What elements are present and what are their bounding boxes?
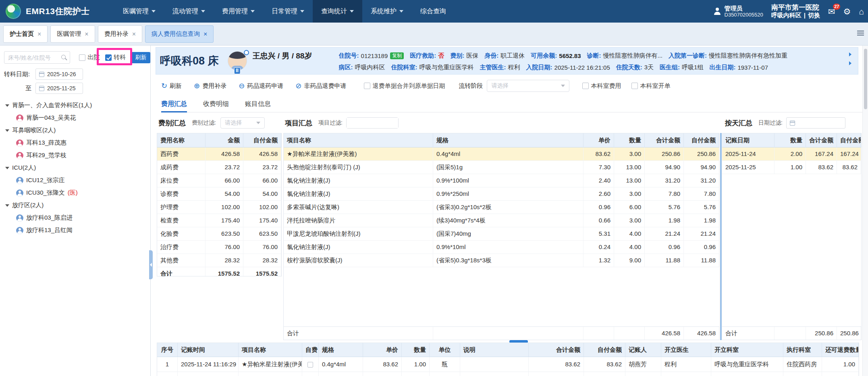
toolbar-button[interactable]: ↻ 刷新 <box>161 82 182 90</box>
merge-refund-checkbox[interactable]: 退费单据合并到原单据日期 <box>364 82 445 90</box>
menu-item[interactable]: 日常管理 <box>263 0 313 23</box>
toolbar-button[interactable]: ⊘ 非药品退费申请 <box>295 82 346 90</box>
tree-item[interactable]: 耳科13_薛茂惠 <box>0 137 150 149</box>
cell: 83.62 <box>529 372 584 376</box>
tree-item[interactable]: ICU(2人) <box>0 162 150 174</box>
cell: 程利 <box>661 357 711 372</box>
stage-select[interactable]: 请选择 <box>487 80 569 92</box>
fee-filter-select[interactable]: 请选择 <box>220 117 265 129</box>
vertical-scrollbar-thumb[interactable] <box>864 49 867 109</box>
fee-toolbar: ↻ 刷新 ⊕ 费用补录 ⊖ 药品退药申请 ⊘ <box>156 77 858 94</box>
mail-icon[interactable]: ✉ 27 <box>828 7 835 16</box>
document-tab[interactable]: 医嘱管理 × <box>50 25 95 43</box>
tree-item[interactable]: 放疗区(2人) <box>0 199 150 212</box>
table-row[interactable]: 护理费 102.00 102.00 <box>157 201 281 214</box>
menu-item[interactable]: 流动管理 <box>164 0 214 23</box>
panel-resizer[interactable] <box>721 133 721 340</box>
settings-gear-icon[interactable]: ⚙ <box>843 7 851 16</box>
table-row[interactable]: 头孢他啶注射剂(泰司汀) (J) (国采5)1g 7.30 13.00 94.9… <box>284 161 719 174</box>
checkbox-box[interactable] <box>364 83 370 89</box>
sidebar-refresh-button[interactable]: 刷新 <box>131 52 150 63</box>
item-filter-input[interactable] <box>347 118 398 128</box>
table-row[interactable]: 氯化钠注射液(J) 0.9%*250ml 2.60 3.00 7.80 7.80 <box>284 187 719 201</box>
expand-right-icon[interactable] <box>849 52 851 56</box>
menu-item[interactable]: 系统维护 <box>362 0 412 23</box>
tree-item[interactable]: 放疗科03_陈启进 <box>0 212 150 224</box>
table-row[interactable]: 化验费 623.50 623.50 <box>157 227 281 241</box>
view-tab[interactable]: 费用汇总 <box>161 96 187 112</box>
copy-button[interactable]: 复制 <box>390 52 404 59</box>
table-row[interactable]: 2025-11-24 2.00 167.24 167.24 <box>722 147 861 161</box>
table-row[interactable]: 氯化钠注射液(J) 0.9%*10ml 0.24 4.00 0.96 0.96 <box>284 241 719 254</box>
table-row[interactable]: 泮托拉唑钠肠溶片 (续3)40mg*7s*4板 0.66 3.00 1.98 1… <box>284 214 719 227</box>
view-tab[interactable]: 账目信息 <box>245 96 271 112</box>
document-tab[interactable]: 护士首页 × <box>3 25 48 43</box>
user-info[interactable]: 管理员 D350702005520 <box>713 5 763 18</box>
table-row[interactable]: 氯化钠注射液(J) 0.9%*100ml 2.40 13.00 31.20 31… <box>284 174 719 187</box>
patient-search-input[interactable] <box>8 54 62 61</box>
expand-arrow-icon[interactable] <box>5 104 9 107</box>
vertical-scrollbar[interactable] <box>862 46 868 376</box>
dept-fee-checkbox[interactable]: 本科室费用 <box>582 82 621 90</box>
expand-arrow-icon[interactable] <box>5 204 9 207</box>
date-filter-input[interactable] <box>786 117 845 129</box>
checkbox-box[interactable] <box>582 83 589 89</box>
table-row[interactable]: 其他费 28.32 28.32 <box>157 254 281 267</box>
dept-order-checkbox[interactable]: 本科室开单 <box>631 82 670 90</box>
table-row[interactable]: 多索茶碱片(达复啉) (省采3)0.2g*10s*2板 0.96 6.00 5.… <box>284 201 719 214</box>
document-tab[interactable]: 费用补录 × <box>98 25 142 43</box>
table-row[interactable]: 甲泼尼龙琥珀酸钠注射剂(J) (国采7)40mg 5.31 4.00 21.24… <box>284 227 719 241</box>
tree-item[interactable]: 胃肠一043_吴美花 <box>0 112 150 124</box>
tab-list-menu-icon[interactable] <box>857 31 864 35</box>
switch-department-button[interactable]: 切换 <box>808 11 820 19</box>
self-pay-checkbox[interactable] <box>307 362 313 368</box>
tree-item[interactable]: 放疗科13_吕红闻 <box>0 224 150 237</box>
detail-row[interactable]: 1 2025-11-24 11:16:29 ★异帕米星注射液(伊美雅) 0.4g… <box>157 357 859 372</box>
home-icon[interactable]: ⌂ <box>859 7 864 16</box>
checkbox-box[interactable] <box>631 83 638 89</box>
table-row[interactable]: 西药费 426.58 426.58 <box>157 147 281 161</box>
cell: 0.9%*100ml <box>433 174 584 187</box>
table-row[interactable]: 治疗费 76.00 76.00 <box>157 241 281 254</box>
menu-item[interactable]: 费用管理 <box>214 0 263 23</box>
discharge-checkbox[interactable]: 出院 <box>79 54 100 61</box>
cell: 13.00 <box>614 161 645 174</box>
checkbox-box[interactable] <box>79 54 85 61</box>
table-row[interactable]: 床位费 66.00 66.00 <box>157 174 281 187</box>
tree-item[interactable]: 耳科29_范学枝 <box>0 149 150 162</box>
close-icon[interactable]: × <box>85 31 88 38</box>
close-icon[interactable]: × <box>204 31 207 38</box>
expand-arrow-icon[interactable] <box>5 167 9 169</box>
sidebar-collapse-handle[interactable] <box>149 250 153 279</box>
table-row[interactable]: 成药费 23.72 23.72 <box>157 161 281 174</box>
tree-item[interactable]: ICU12_张宗庄 <box>0 174 150 187</box>
toolbar-button[interactable]: ⊖ 药品退药申请 <box>239 82 283 90</box>
menu-item[interactable]: 综合查询 <box>412 0 455 23</box>
document-tab[interactable]: 病人费用信息查询 × <box>145 25 214 43</box>
tree-item[interactable]: ICU30_张隆文 (医) <box>0 187 150 199</box>
detail-row[interactable]: 2 2025-11-24 11:16:29 ★异帕米星注射液(伊美雅) 0.4g… <box>157 372 859 376</box>
table-row[interactable]: 合计 1575.52 1575.52 <box>157 267 281 276</box>
cell: 1575.52 <box>206 267 243 276</box>
expand-arrow-icon[interactable] <box>5 129 9 132</box>
table-row[interactable]: 诊察费 54.00 54.00 <box>157 187 281 201</box>
checkbox-box-checked[interactable] <box>105 54 112 61</box>
transfer-date-from-input[interactable]: 2025-10-26 <box>35 69 83 80</box>
table-row[interactable]: 2025-11-25 1.00 83.62 83.62 <box>722 161 861 174</box>
tree-item[interactable]: 耳鼻咽喉区(2人) <box>0 124 150 137</box>
transfer-date-to-input[interactable]: 2025-11-25 <box>35 83 83 94</box>
table-row[interactable]: 检查费 175.40 175.40 <box>157 214 281 227</box>
table-row[interactable]: ★异帕米星注射液(伊美雅) 0.4g*4ml 83.62 3.00 250.86… <box>284 147 719 161</box>
menu-item[interactable]: 医嘱管理 <box>114 0 164 23</box>
view-tab[interactable]: 收费明细 <box>203 96 229 112</box>
menu-item[interactable]: 查询统计 <box>313 0 362 23</box>
patient-search-box[interactable] <box>4 51 70 64</box>
expand-right-icon[interactable] <box>849 61 851 65</box>
toolbar-button[interactable]: ⊕ 费用补录 <box>194 82 226 90</box>
tree-item[interactable]: 胃肠一、介入血管外科区(1人) <box>0 99 150 112</box>
table-row[interactable]: 桉柠蒎肠溶软胶囊(J) (省采5)0.3g*18s*3板 1.32 9.00 1… <box>284 254 719 267</box>
close-icon[interactable]: × <box>132 31 136 38</box>
field-label: 费别: <box>450 52 464 60</box>
close-icon[interactable]: × <box>37 31 41 38</box>
transfer-checkbox[interactable]: 转科 <box>105 54 126 61</box>
